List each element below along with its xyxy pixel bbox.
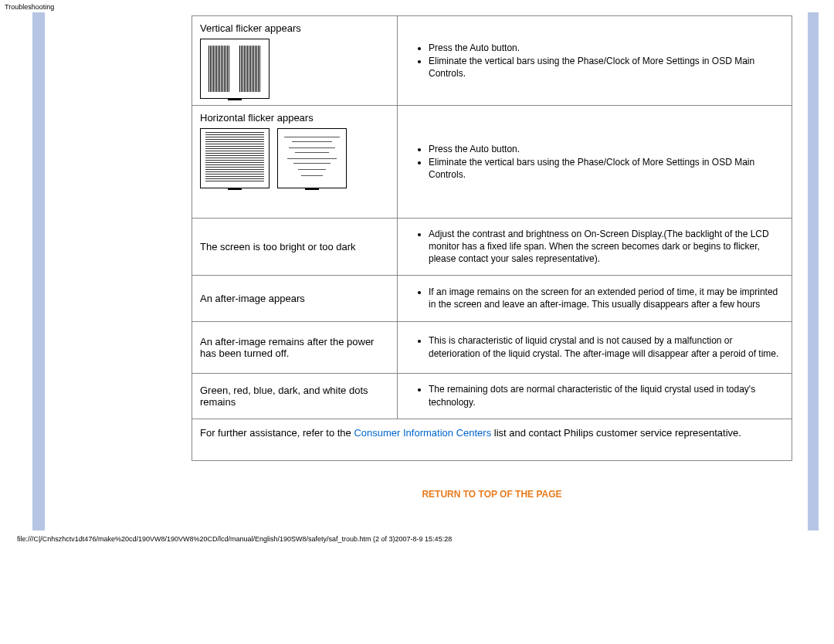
solution-list: Press the Auto button. Eliminate the ver… xyxy=(418,143,784,181)
solution-item: This is characteristic of liquid crystal… xyxy=(429,334,784,359)
page-header: Troubleshooting xyxy=(0,0,834,12)
table-row: An after-image appears If an image remai… xyxy=(192,275,792,321)
solution-item: Press the Auto button. xyxy=(429,143,784,155)
solution-list: The remaining dots are normal characteri… xyxy=(418,383,784,408)
footer-text-suffix: list and contact Philips customer servic… xyxy=(491,427,741,439)
table-row: An after-image remains after the power h… xyxy=(192,321,792,373)
table-row: Vertical flicker appears Press the Auto … xyxy=(192,16,792,106)
problem-label: An after-image remains after the power h… xyxy=(200,336,389,359)
problem-label: Vertical flicker appears xyxy=(200,22,389,34)
left-stripe xyxy=(32,12,45,530)
monitor-illustration xyxy=(277,128,347,188)
solution-item: Eliminate the vertical bars using the Ph… xyxy=(429,156,784,181)
solution-item: Adjust the contrast and brightness on On… xyxy=(429,228,784,266)
solution-item: Eliminate the vertical bars using the Ph… xyxy=(429,55,784,80)
monitor-illustration xyxy=(200,39,270,99)
solution-item: If an image remains on the screen for an… xyxy=(429,286,784,310)
problem-label: Horizontal flicker appears xyxy=(200,112,389,124)
footer-text-prefix: For further assistance, refer to the xyxy=(200,427,354,439)
problem-label: An after-image appears xyxy=(200,293,389,304)
table-row: The screen is too bright or too dark Adj… xyxy=(192,219,792,276)
solution-item: The remaining dots are normal characteri… xyxy=(429,383,784,408)
table-row: Green, red, blue, dark, and white dots r… xyxy=(192,373,792,419)
right-stripe xyxy=(808,12,819,530)
solution-list: Adjust the contrast and brightness on On… xyxy=(418,228,784,266)
table-row: Horizontal flicker appears xyxy=(192,106,792,219)
return-to-top-link[interactable]: RETURN TO TOP OF THE PAGE xyxy=(192,461,792,507)
solution-list: If an image remains on the screen for an… xyxy=(418,286,784,310)
footer-row: For further assistance, refer to the Con… xyxy=(192,419,792,460)
consumer-info-link[interactable]: Consumer Information Centers xyxy=(354,427,491,439)
troubleshooting-table: Vertical flicker appears Press the Auto … xyxy=(192,15,792,461)
solution-list: Press the Auto button. Eliminate the ver… xyxy=(418,42,784,80)
file-path: file:///C|/Cnhszhctv1dt476/make%20cd/190… xyxy=(0,530,834,549)
monitor-illustration xyxy=(200,128,270,188)
problem-label: Green, red, blue, dark, and white dots r… xyxy=(200,385,389,408)
solution-list: This is characteristic of liquid crystal… xyxy=(418,334,784,359)
solution-item: Press the Auto button. xyxy=(429,42,784,54)
problem-label: The screen is too bright or too dark xyxy=(200,241,389,253)
